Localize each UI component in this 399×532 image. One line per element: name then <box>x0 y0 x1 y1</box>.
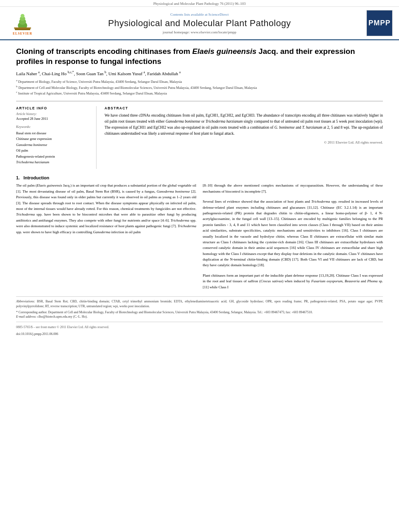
intro-left-col: The oil palm (Elaeis guineensis Jacq.) i… <box>16 183 196 290</box>
abstract-panel: ABSTRACT We have cloned three cDNAs enco… <box>105 106 383 169</box>
abbreviations-text: Abbreviations: BSR, Basal Stem Rot; CBD,… <box>16 299 383 309</box>
svg-point-4 <box>21 14 25 18</box>
article-container: Cloning of transcripts encoding chitinas… <box>0 40 399 342</box>
elsevier-tree-icon <box>10 11 35 31</box>
article-info-panel: ARTICLE INFO Article history: Accepted 2… <box>16 106 97 169</box>
intro-heading: 1. Introduction <box>16 175 383 180</box>
sciencedirect-link[interactable]: Contents lists available at ScienceDirec… <box>39 12 360 16</box>
keyword-6: Trichoderma harzianum <box>16 159 90 165</box>
article-info-section: ARTICLE INFO Article history: Accepted 2… <box>16 106 90 121</box>
abstract-label: ABSTRACT <box>105 106 383 110</box>
footnote-section: Abbreviations: BSR, Basal Stem Rot; CBD,… <box>16 296 383 318</box>
accepted-date: Accepted 28 June 2011 <box>16 117 90 121</box>
article-info-abstract: ARTICLE INFO Article history: Accepted 2… <box>16 101 383 169</box>
issn-line: 0885-5765/$ – see front matter © 2011 El… <box>16 325 383 329</box>
affiliation-c: c Institute of Tropical Agriculture, Uni… <box>16 90 383 96</box>
copyright-notice: © 2011 Elsevier Ltd. All rights reserved… <box>105 140 383 144</box>
abstract-text: We have cloned three cDNAs encoding chit… <box>105 113 383 137</box>
intro-para-2: [8–10] through the above mentioned compl… <box>203 183 383 194</box>
elsevier-logo-area: ELSEVIER <box>6 11 39 35</box>
journal-reference: Physiological and Molecular Plant Pathol… <box>0 0 399 7</box>
introduction-section: 1. Introduction The oil palm (Elaeis gui… <box>16 175 383 290</box>
journal-header: ELSEVIER Contents lists available at Sci… <box>0 7 399 40</box>
pmpp-logo: PMPP <box>366 10 393 36</box>
keyword-5: Pathogenesis-related protein <box>16 154 90 159</box>
keyword-4: Oil palm <box>16 148 90 153</box>
keyword-1: Basal stem rot disease <box>16 130 90 136</box>
elsevier-brand-label: ELSEVIER <box>13 32 32 35</box>
intro-right-col: [8–10] through the above mentioned compl… <box>203 183 383 290</box>
journal-title: Physiological and Molecular Plant Pathol… <box>39 18 360 29</box>
keywords-label: Keywords: <box>16 125 90 129</box>
footer-divider <box>16 322 383 322</box>
intro-para-3: Several lines of evidence showed that th… <box>203 199 383 268</box>
intro-title: Introduction <box>23 175 49 180</box>
intro-number: 1. <box>16 175 20 180</box>
keywords-section: Keywords: Basal stem rot disease Chitina… <box>16 125 90 165</box>
affiliations: a Department of Biology, Faculty of Scie… <box>16 78 383 96</box>
svg-rect-6 <box>14 27 31 29</box>
authors-line: Laila Naher a, Chai-Ling Ho b,c,*, Soon … <box>16 70 383 76</box>
article-history-label: Article history: <box>16 112 90 116</box>
intro-para-1: The oil palm (Elaeis guineensis Jacq.) i… <box>16 183 196 235</box>
affiliation-a: a Department of Biology, Faculty of Scie… <box>16 78 383 84</box>
keyword-2: Chitinase gene expression <box>16 136 90 142</box>
affiliation-b: b Department of Cell and Molecular Biolo… <box>16 84 383 90</box>
doi-line: doi:10.1016/j.pmpp.2011.06.006 <box>16 332 383 336</box>
corresponding-author: * Corresponding author. Department of Ce… <box>16 310 383 314</box>
keyword-3: Ganoderma boninense <box>16 142 90 148</box>
pmpp-logo-area: PMPP <box>360 10 393 36</box>
intro-para-4: Plant chitinases form an important part … <box>203 273 383 290</box>
intro-two-col: The oil palm (Elaeis guineensis Jacq.) i… <box>16 183 383 290</box>
journal-homepage: journal homepage: www.elsevier.com/locat… <box>39 30 360 34</box>
article-title: Cloning of transcripts encoding chitinas… <box>16 47 383 66</box>
article-info-label: ARTICLE INFO <box>16 106 90 110</box>
email-line: E-mail address: clho@biotech.upm.edu.my … <box>16 315 383 318</box>
journal-title-area: Contents lists available at ScienceDirec… <box>39 12 360 34</box>
pmpp-logo-text: PMPP <box>368 19 391 27</box>
elsevier-logo: ELSEVIER <box>6 11 39 35</box>
